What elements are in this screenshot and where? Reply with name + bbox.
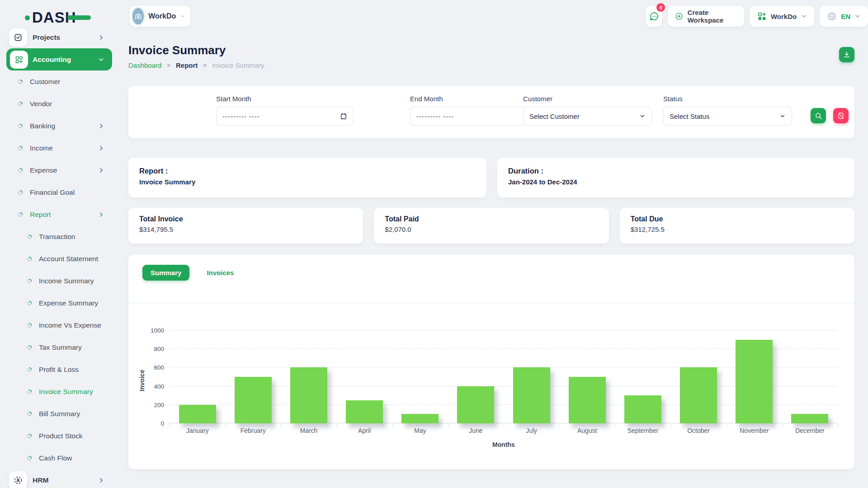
stat-label: Total Invoice [139,215,352,223]
bar-column-november [726,330,782,423]
x-tick [615,423,615,427]
bar-november[interactable] [736,340,773,423]
sidebar-item-profit-loss[interactable]: Profit & Loss [0,358,118,380]
start-month-input[interactable]: --------- ---- [216,107,354,126]
sidebar-item-projects[interactable]: Projects [0,26,118,48]
status-selected-value: Select Status [670,113,709,120]
x-tick [782,423,783,427]
breadcrumb-dashboard[interactable]: Dashboard [128,61,161,69]
bullet-icon [26,432,33,439]
bullet-icon [26,344,33,350]
breadcrumb: Dashboard > Report > Invoice Summary [128,61,264,69]
notification-badge: 0 [656,3,665,12]
bullet-icon [26,255,33,262]
filter-panel: Start Month --------- ---- End Month ---… [128,86,854,138]
bar-column-february [225,330,281,423]
chevron-right-icon [98,167,105,174]
sidebar-item-financial-goal[interactable]: Financial Goal [0,181,118,203]
bar-column-march [281,330,336,423]
customer-label: Customer [523,95,652,103]
sidebar-item-tax-summary[interactable]: Tax Summary [0,336,118,358]
status-select[interactable]: Select Status [663,107,792,126]
bullet-icon [17,122,24,129]
x-label-july: July [504,427,559,434]
reset-filter-button[interactable] [833,108,849,123]
topbar-actions: 0 Create Workspace WorkDo EN [646,6,868,27]
language-code: EN [841,13,850,20]
sidebar-item-report[interactable]: Report [0,203,118,225]
bar-april[interactable] [346,400,383,424]
x-label-january: January [170,427,225,434]
page-title: Invoice Summary [128,43,226,57]
sidebar-item-expense[interactable]: Expense [0,159,118,181]
bar-july[interactable] [513,367,550,423]
chevron-down-icon [98,56,105,63]
x-tick [170,423,170,427]
x-tick [448,423,448,427]
x-axis-title: Months [170,441,838,448]
bullet-icon [26,388,33,394]
create-workspace-button[interactable]: Create Workspace [668,6,744,27]
tab-invoices[interactable]: Invoices [198,265,242,281]
tasks-icon [9,28,27,47]
app-logo[interactable]: DASH [25,9,91,26]
sidebar-item-expense-summary[interactable]: Expense Summary [0,292,118,314]
stat-card-total-paid: Total Paid$2,070.0 [374,208,609,244]
search-button[interactable] [811,108,826,123]
sidebar-item-customer[interactable]: Customer [0,70,118,93]
bar-june[interactable] [457,386,494,423]
sidebar-item-transaction[interactable]: Transaction [0,225,118,248]
workspace-menu-button[interactable]: WorkDo [750,6,814,27]
sidebar-item-income-summary[interactable]: Income Summary [0,270,118,292]
bar-column-december [782,330,838,423]
chevron-right-icon [98,477,105,484]
sidebar-item-invoice-summary[interactable]: Invoice Summary [0,380,118,403]
download-button[interactable] [839,47,854,62]
duration-card: Duration : Jan-2024 to Dec-2024 [497,158,854,197]
breadcrumb-separator-icon: > [203,62,207,69]
chevron-right-icon [98,145,105,152]
bar-september[interactable] [624,395,661,423]
bar-march[interactable] [290,367,327,423]
x-tick [838,423,838,427]
sidebar-item-income[interactable]: Income [0,137,118,159]
workspace-selector[interactable]: WorkDo [130,6,190,27]
bar-february[interactable] [235,377,272,423]
messages-button[interactable]: 0 [646,6,662,27]
sidebar-item-income-vs-expense[interactable]: Income Vs Expense [0,314,118,336]
sidebar-item-vendor[interactable]: Vendor [0,93,118,115]
bar-january[interactable] [179,405,216,423]
customer-select[interactable]: Select Customer [523,107,652,126]
bullet-icon [26,277,33,284]
tab-summary[interactable]: Summary [142,265,189,281]
breadcrumb-report[interactable]: Report [176,61,198,69]
bullet-icon [26,322,33,328]
x-label-august: August [559,427,615,434]
sidebar-item-banking[interactable]: Banking [0,115,118,137]
sidebar-item-bill-summary[interactable]: Bill Summary [0,403,118,425]
bar-august[interactable] [569,377,606,423]
language-button[interactable]: EN [820,6,868,27]
chevron-right-icon [98,34,105,41]
plus-circle-icon [675,11,683,21]
bullet-icon [17,78,24,84]
y-tick-label: 1000 [151,327,164,334]
bar-october[interactable] [680,367,717,423]
sidebar-item-account-statement[interactable]: Account Statement [0,248,118,270]
bar-may[interactable] [401,414,439,423]
bullet-icon [26,455,33,461]
sidebar-item-product-stock[interactable]: Product Stock [0,425,118,447]
bars [170,330,838,423]
sidebar-item-cash-flow[interactable]: Cash Flow [0,447,118,469]
start-month-placeholder: --------- ---- [222,113,260,120]
chevron-down-icon [801,13,807,19]
x-label-september: September [615,427,670,434]
sidebar-item-accounting[interactable]: Accounting [6,48,112,70]
report-label: Report : [139,167,476,175]
sidebar-item-hrm[interactable]: HRM [0,469,118,488]
bar-december[interactable] [791,414,828,423]
end-month-placeholder: --------- ---- [416,113,454,120]
stat-cards: Total Invoice$314,795.5Total Paid$2,070.… [128,208,854,244]
chevron-down-icon [854,13,861,19]
bullet-icon [26,233,33,239]
